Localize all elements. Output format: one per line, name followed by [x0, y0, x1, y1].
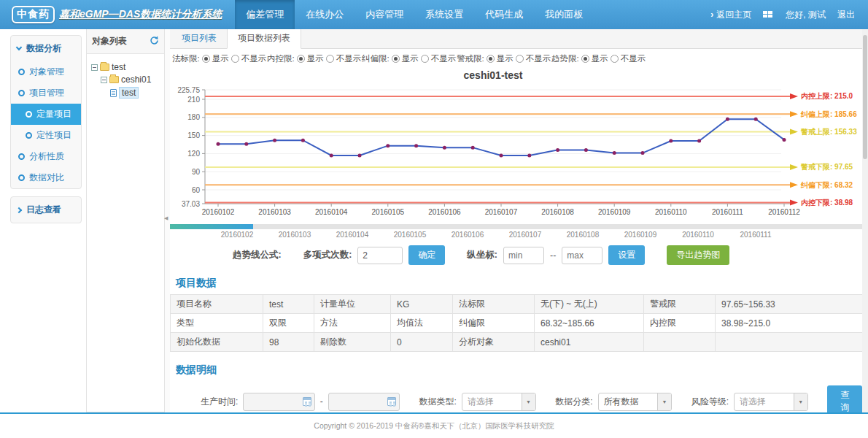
- project-field-label: [644, 333, 716, 352]
- radio-显示[interactable]: [202, 55, 210, 63]
- chart-zoom-slider[interactable]: [170, 224, 862, 229]
- radio-不显示[interactable]: [326, 55, 334, 63]
- project-field-label: 法标限: [453, 295, 535, 314]
- zoom-label: 20160103: [279, 231, 311, 239]
- radio-显示[interactable]: [487, 55, 495, 63]
- app-title: 嘉和eGMP—DAS数据统计分析系统: [59, 8, 222, 21]
- project-field-value: 无(下) ~ 无(上): [535, 295, 644, 314]
- gear-icon: [26, 132, 32, 139]
- tab-bar: 项目列表项目数据列表: [170, 29, 862, 49]
- radio-不显示[interactable]: [231, 55, 239, 63]
- radio-option-label: 显示: [497, 53, 514, 64]
- start-date-input[interactable]: [243, 393, 314, 411]
- tab-项目列表[interactable]: 项目列表: [171, 29, 227, 48]
- svg-text:20160102: 20160102: [202, 208, 235, 216]
- collapse-arrow-icon: ◀: [164, 215, 168, 221]
- menu-item-在线办公[interactable]: 在线办公: [295, 0, 354, 29]
- radio-不显示[interactable]: [611, 55, 619, 63]
- data-class-select[interactable]: 所有数据▼: [598, 393, 673, 411]
- menu-item-代码生成[interactable]: 代码生成: [474, 0, 534, 29]
- y-min-input[interactable]: [503, 247, 544, 264]
- radio-不显示[interactable]: [516, 55, 524, 63]
- logout-link[interactable]: 退出: [837, 9, 855, 21]
- file-icon: [110, 89, 117, 97]
- svg-text:20160112: 20160112: [768, 208, 800, 216]
- sidebar-item-数据对比[interactable]: 数据对比: [11, 167, 81, 188]
- svg-text:20160106: 20160106: [428, 208, 461, 216]
- zoom-label: 20160104: [336, 231, 369, 239]
- menu-item-内容管理[interactable]: 内容管理: [354, 0, 414, 29]
- sidebar-item-label: 分析性质: [29, 150, 64, 163]
- risk-level-select[interactable]: 请选择▼: [734, 393, 808, 411]
- export-trend-chart-button[interactable]: 导出趋势图: [667, 245, 729, 265]
- tab-项目数据列表[interactable]: 项目数据列表: [227, 29, 301, 49]
- radio-option-label: 不显示: [241, 53, 267, 64]
- tree-expander-icon[interactable]: [101, 77, 107, 83]
- vertical-scrollbar[interactable]: [862, 29, 868, 412]
- panel-collapse-handle[interactable]: ◀: [165, 29, 170, 412]
- sidebar-item-对象管理[interactable]: 对象管理: [11, 61, 81, 82]
- risk-level-label: 风险等级:: [691, 396, 729, 408]
- sidebar-item-定量项目[interactable]: 定量项目: [11, 104, 81, 125]
- content-area: 数据分析对象管理项目管理定量项目定性项目分析性质数据对比日志查看 对象列表 te…: [0, 29, 868, 412]
- radio-option-label: 显示: [307, 53, 324, 64]
- menu-item-系统设置[interactable]: 系统设置: [414, 0, 474, 29]
- svg-text:120: 120: [187, 150, 200, 158]
- radio-option-label: 显示: [402, 53, 419, 64]
- svg-text:警戒上限: 156.33: 警戒上限: 156.33: [800, 128, 857, 136]
- main-menu: 偏差管理在线办公内容管理系统设置代码生成我的面板: [235, 0, 594, 29]
- sidebar-nav: 数据分析对象管理项目管理定量项目定性项目分析性质数据对比日志查看: [0, 29, 86, 412]
- return-home-link[interactable]: ›返回主页: [710, 9, 751, 21]
- vertical-scrollbar-thumb[interactable]: [863, 35, 867, 159]
- svg-text:ceshi01-test: ceshi01-test: [464, 69, 523, 81]
- tree-node-test[interactable]: test: [88, 62, 163, 72]
- radio-不显示[interactable]: [421, 55, 429, 63]
- set-button[interactable]: 设置: [608, 245, 645, 265]
- trend-formula-label: 趋势线公式:: [233, 249, 282, 261]
- y-max-input[interactable]: [562, 247, 602, 264]
- tree-node-ceshi01[interactable]: ceshi01: [88, 74, 163, 85]
- data-type-select[interactable]: 请选择▼: [462, 393, 536, 411]
- project-data-row: 项目名称test计量单位KG法标限无(下) ~ 无(上)警戒限97.65~156…: [171, 295, 863, 314]
- main-panel: 项目列表项目数据列表 法标限:显示不显示内控限:显示不显示纠偏限:显示不显示警戒…: [170, 29, 862, 412]
- menu-item-我的面板[interactable]: 我的面板: [534, 0, 594, 29]
- confirm-button[interactable]: 确定: [408, 245, 445, 265]
- sidebar-item-项目管理[interactable]: 项目管理: [11, 82, 81, 104]
- project-field-value: ceshi01: [535, 333, 644, 352]
- refresh-icon[interactable]: [150, 36, 159, 47]
- chart-zoom-bar: 2016010220160103201601042016010520160106…: [170, 224, 862, 240]
- radio-显示[interactable]: [581, 55, 589, 63]
- project-field-value: 97.65~156.33: [716, 295, 863, 314]
- gear-icon: [18, 153, 25, 160]
- project-data-table: 项目名称test计量单位KG法标限无(下) ~ 无(上)警戒限97.65~156…: [170, 294, 862, 352]
- sidebar-section-header[interactable]: 数据分析: [11, 36, 81, 61]
- chevron-right-icon: [16, 207, 22, 212]
- folder-icon: [100, 64, 109, 71]
- zoom-label: 20160108: [567, 231, 600, 239]
- zoom-label: 20160102: [221, 231, 254, 239]
- end-date-input[interactable]: [328, 393, 400, 411]
- radio-显示[interactable]: [297, 55, 305, 63]
- svg-text:纠偏下限: 68.32: 纠偏下限: 68.32: [800, 181, 853, 189]
- risk-level-value: 请选择: [735, 396, 794, 408]
- radio-option-label: 显示: [592, 53, 608, 64]
- chart-zoom-selection[interactable]: [170, 224, 253, 229]
- query-button[interactable]: 查询: [827, 385, 862, 412]
- tree-expander-icon[interactable]: [91, 64, 98, 71]
- grid-icon[interactable]: [763, 11, 774, 19]
- object-list-title: 对象列表: [92, 35, 127, 47]
- sidebar-item-label: 项目管理: [29, 87, 64, 99]
- sidebar-section-header[interactable]: 日志查看: [11, 197, 81, 223]
- svg-text:180: 180: [187, 113, 200, 121]
- sidebar-item-定性项目[interactable]: 定性项目: [11, 125, 81, 146]
- tree-node-test[interactable]: test: [88, 87, 163, 99]
- radio-显示[interactable]: [392, 55, 400, 63]
- menu-item-偏差管理[interactable]: 偏差管理: [235, 0, 295, 29]
- chevron-down-icon: ▼: [657, 393, 671, 410]
- page: 中食药 嘉和eGMP—DAS数据统计分析系统 偏差管理在线办公内容管理系统设置代…: [0, 0, 868, 438]
- sidebar-item-分析性质[interactable]: 分析性质: [11, 146, 81, 167]
- polynomial-degree-input[interactable]: [357, 247, 403, 264]
- detail-filters: 生产时间: - 数据类型: 请选择▼ 数据分类: 所有数据▼ 风险等级: 请选择…: [170, 385, 862, 412]
- project-field-label: 计量单位: [314, 295, 391, 314]
- date-separator: -: [320, 396, 323, 407]
